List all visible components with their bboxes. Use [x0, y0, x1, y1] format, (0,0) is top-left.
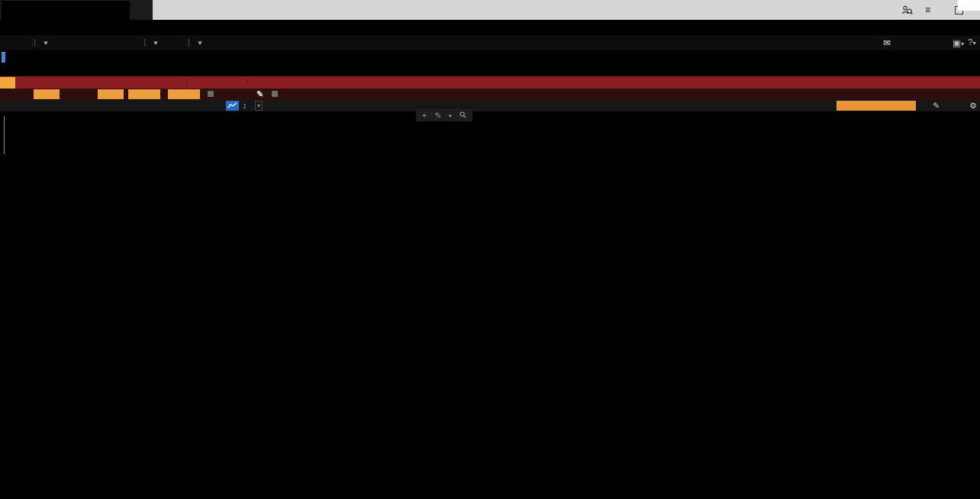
- related-functions-menu[interactable]: ▼: [197, 37, 203, 47]
- chart-overlay-toolbar: + ✎ ▪: [416, 109, 472, 121]
- time-to-input[interactable]: [168, 89, 200, 99]
- key-events-checkbox[interactable]: [272, 91, 278, 97]
- user-search-icon[interactable]: [901, 5, 913, 16]
- news-button[interactable]: ▪: [449, 111, 452, 120]
- pencil-icon[interactable]: ✎: [256, 89, 263, 99]
- panel-layout-icon[interactable]: ▣▾: [953, 37, 964, 48]
- zoom-button[interactable]: [459, 111, 466, 120]
- options-menu[interactable]: ≡: [925, 5, 930, 15]
- edit-chart-button[interactable]: ✎: [933, 101, 940, 110]
- message-button[interactable]: ✉: [883, 37, 891, 48]
- quote-line-1: [0, 50, 980, 64]
- annotate-button[interactable]: ✎: [434, 111, 441, 120]
- chart-command-bar: | |: [0, 76, 980, 89]
- bloomberg-terminal-window: ≡ | ▼ | ▼ | ▼ ✉ ▣▾ ?▾ | |: [0, 0, 980, 499]
- help-dropdown-icon[interactable]: ?▾: [968, 37, 975, 47]
- security-tag[interactable]: [0, 77, 15, 89]
- line-chart-type-icon[interactable]: [226, 101, 239, 111]
- window-tab-bar: ≡: [0, 0, 980, 20]
- add-data-input[interactable]: [837, 101, 916, 111]
- chart-settings-gear-icon[interactable]: ⚙: [969, 101, 976, 110]
- divider: |: [143, 37, 146, 47]
- divider: |: [185, 77, 188, 86]
- range-input[interactable]: [98, 89, 124, 99]
- chart-settings-bar: ✎: [0, 89, 980, 100]
- function-key-row: [0, 20, 980, 35]
- legend-spine: [4, 116, 5, 154]
- security-color-marker: [2, 52, 5, 63]
- screen-dropdown[interactable]: ▼: [153, 37, 159, 47]
- divider: |: [188, 37, 190, 47]
- security-dropdown[interactable]: ▼: [43, 37, 49, 47]
- compare-sort-icon[interactable]: ↕: [243, 101, 247, 110]
- track-button[interactable]: +: [422, 111, 427, 120]
- divider: |: [246, 77, 248, 86]
- browser-tab[interactable]: [2, 1, 130, 20]
- period-input[interactable]: [34, 89, 60, 99]
- time-from-input[interactable]: [128, 89, 160, 99]
- divider: |: [34, 37, 36, 47]
- quote-line-2: [0, 64, 980, 76]
- mov-avgs-checkbox[interactable]: [208, 91, 214, 97]
- chart-toolbar: ↕ ▾ ✎ ⚙: [0, 100, 980, 111]
- chart-style-dropdown-icon[interactable]: ▾: [255, 101, 263, 111]
- nav-bar: | ▼ | ▼ | ▼ ✉ ▣▾ ?▾: [0, 35, 980, 50]
- last-price-axis-marker: [958, 0, 980, 11]
